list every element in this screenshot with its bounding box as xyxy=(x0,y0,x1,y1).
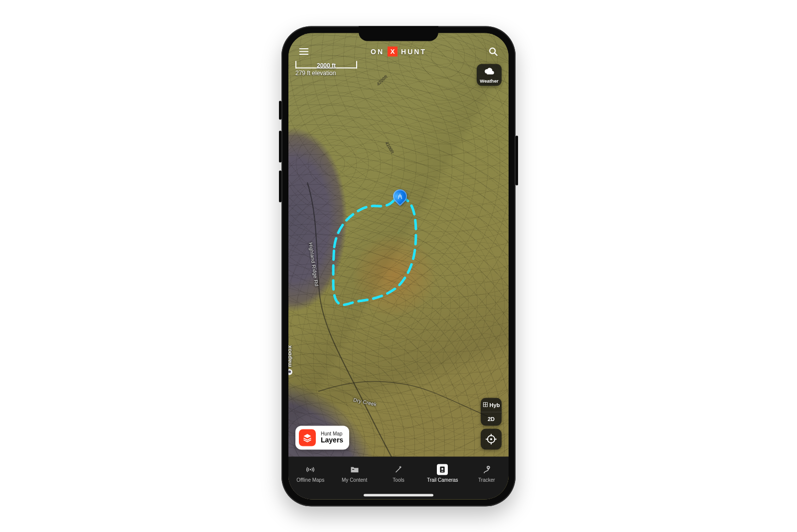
search-button[interactable] xyxy=(486,44,501,59)
scale-bar: 2000 ft xyxy=(295,61,357,68)
weather-label: Weather xyxy=(477,78,502,83)
tab-label: My Content xyxy=(342,477,367,483)
mapbox-text: mapbox xyxy=(288,345,292,367)
menu-button[interactable] xyxy=(296,44,311,59)
tab-my-content[interactable]: My Content xyxy=(332,456,376,490)
tab-label: Tools xyxy=(393,477,404,483)
bottom-tab-bar: Offline Maps My Content Tools xyxy=(288,456,509,499)
scale-distance: 2000 ft xyxy=(317,62,336,69)
basemap-switcher: Hyb 2D xyxy=(481,398,502,426)
layers-button[interactable]: Hunt Map Layers xyxy=(295,426,349,449)
app-brand: ON X HUNT xyxy=(371,46,426,56)
mapbox-attribution: mapbox xyxy=(288,345,292,375)
crosshair-icon xyxy=(486,433,497,444)
basemap-hybrid-label: Hyb xyxy=(490,402,500,408)
route-pin-icon xyxy=(481,464,492,475)
basemap-hybrid-button[interactable]: Hyb xyxy=(481,398,502,412)
mapbox-logo-icon xyxy=(288,369,292,375)
tab-tracker[interactable]: Tracker xyxy=(465,456,509,490)
broadcast-icon xyxy=(305,464,316,475)
map-grid-icon xyxy=(483,402,488,408)
wand-icon xyxy=(393,464,404,475)
scale-elevation-readout: 2000 ft 279 ft elevation xyxy=(295,61,357,76)
current-elevation: 279 ft elevation xyxy=(295,69,357,76)
svg-point-4 xyxy=(310,469,311,470)
home-indicator[interactable] xyxy=(364,494,433,496)
hamburger-icon xyxy=(298,46,309,57)
app-screen: Highland Ridge Rd Dry Creek 4100ft 4200f… xyxy=(288,33,509,499)
tab-offline-maps[interactable]: Offline Maps xyxy=(288,456,332,490)
brand-text-on: ON xyxy=(371,47,384,55)
cloud-icon xyxy=(484,67,495,75)
locate-me-button[interactable] xyxy=(481,428,502,449)
camera-icon xyxy=(437,464,448,475)
layers-icon xyxy=(299,429,316,446)
brand-text-hunt: HUNT xyxy=(401,47,426,55)
brand-x-icon: X xyxy=(388,46,398,56)
svg-rect-5 xyxy=(352,469,354,470)
tab-label: Tracker xyxy=(478,477,495,483)
phone-notch xyxy=(359,26,438,41)
svg-point-9 xyxy=(488,467,489,468)
tab-label: Trail Cameras xyxy=(427,477,458,483)
search-icon xyxy=(488,46,499,57)
phone-frame: Highland Ridge Rd Dry Creek 4100ft 4200f… xyxy=(281,26,516,506)
waypoint-pin[interactable] xyxy=(393,189,407,207)
treestand-icon xyxy=(397,193,403,199)
basemap-2d-label: 2D xyxy=(488,416,495,422)
tab-trail-cameras[interactable]: Trail Cameras xyxy=(420,456,464,490)
svg-point-7 xyxy=(441,468,443,470)
tab-label: Offline Maps xyxy=(296,477,324,483)
svg-rect-8 xyxy=(441,471,443,471)
tab-tools[interactable]: Tools xyxy=(377,456,420,490)
weather-button[interactable]: Weather xyxy=(477,64,502,86)
folder-icon xyxy=(349,464,360,475)
basemap-2d-button[interactable]: 2D xyxy=(481,412,502,426)
svg-point-3 xyxy=(490,438,492,440)
layers-title: Layers xyxy=(321,436,343,444)
